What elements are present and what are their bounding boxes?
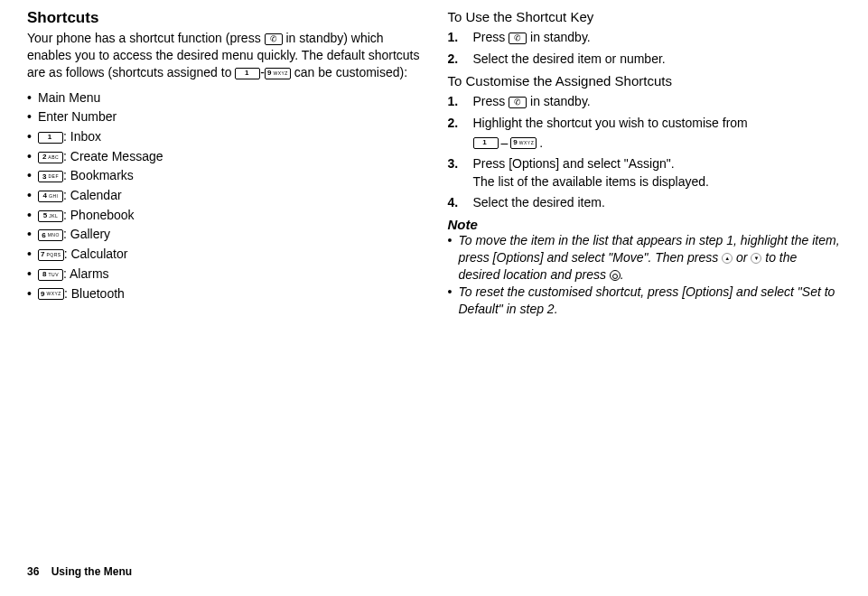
list-item: Main Menu xyxy=(27,88,421,108)
list-item: 4GHI: Calendar xyxy=(27,186,421,206)
list-item: 1: Inbox xyxy=(27,127,421,147)
key-1-icon: 1 xyxy=(235,68,260,79)
intro-paragraph: Your phone has a shortcut function (pres… xyxy=(27,30,421,81)
shortcut-label: : Calculator xyxy=(64,247,128,261)
shortcut-label: : Inbox xyxy=(63,129,101,144)
shortcut-label: : Create Message xyxy=(63,149,163,163)
main-content: Shortcuts Your phone has a shortcut func… xyxy=(27,9,841,565)
key-9-icon: 9WXYZ xyxy=(510,137,537,149)
step-text-pre: Press xyxy=(473,30,509,44)
center-button-icon xyxy=(610,270,621,281)
use-steps: Press ✆ in standby. Select the desired i… xyxy=(448,29,842,68)
page-number: 36 xyxy=(27,565,39,578)
shortcut-label: : Gallery xyxy=(63,227,110,241)
note-1: To move the item in the list that appear… xyxy=(448,232,842,284)
use-shortcut-section: To Use the Shortcut Key Press ✆ in stand… xyxy=(448,9,842,68)
step3-text: Press [Options] and select "Assign". xyxy=(473,156,675,171)
shortcuts-list: Main MenuEnter Number1: Inbox2ABC: Creat… xyxy=(27,88,421,304)
shortcut-key-icon: ✆ xyxy=(509,97,527,108)
step3-sub: The list of the available items is displ… xyxy=(473,174,709,189)
numpad-key-icon: 5JKL xyxy=(38,210,63,222)
intro-text-3: can be customised): xyxy=(291,65,407,79)
customise-section: To Customise the Assigned Shortcuts Pres… xyxy=(448,73,842,212)
step-text-post: in standby. xyxy=(527,94,591,108)
list-item: 6MNO: Gallery xyxy=(27,225,421,245)
left-column: Shortcuts Your phone has a shortcut func… xyxy=(27,9,421,565)
use-heading: To Use the Shortcut Key xyxy=(448,9,842,24)
range-sep: – xyxy=(501,135,509,153)
up-arrow-icon xyxy=(722,253,733,264)
numpad-key-icon: 3DEF xyxy=(38,171,63,182)
numpad-key-icon: 8TUV xyxy=(38,269,63,281)
shortcut-label: : Bluetooth xyxy=(64,286,125,301)
shortcut-label: : Bookmarks xyxy=(63,168,134,182)
shortcut-label: Main Menu xyxy=(38,90,100,105)
numpad-key-icon: 4GHI xyxy=(38,191,63,202)
list-item: 3DEF: Bookmarks xyxy=(27,166,421,186)
list-item: Enter Number xyxy=(27,107,421,127)
shortcut-label: : Phonebook xyxy=(63,208,135,222)
shortcut-key-icon: ✆ xyxy=(265,33,283,45)
shortcut-key-icon: ✆ xyxy=(509,33,527,44)
numpad-key-icon: 6MNO xyxy=(38,229,63,241)
shortcut-label: : Alarms xyxy=(63,266,109,281)
step-text-pre: Press xyxy=(473,94,509,108)
numpad-key-icon: 7PQRS xyxy=(38,249,64,261)
use-step-1: Press ✆ in standby. xyxy=(448,29,842,47)
numpad-key-icon: 1 xyxy=(38,132,63,144)
intro-text-1: Your phone has a shortcut function (pres… xyxy=(27,31,265,45)
note-2: To reset the customised shortcut, press … xyxy=(448,284,842,318)
customise-step-2: Highlight the shortcut you wish to custo… xyxy=(448,115,842,152)
page-footer: 36 Using the Menu xyxy=(27,565,841,578)
note1-p4: . xyxy=(621,267,624,282)
footer-title: Using the Menu xyxy=(51,565,132,578)
notes-list: To move the item in the list that appear… xyxy=(448,232,842,317)
customise-step-1: Press ✆ in standby. xyxy=(448,93,842,111)
shortcut-label: Enter Number xyxy=(38,109,117,124)
key-9-icon: 9WXYZ xyxy=(265,68,291,79)
customise-step-4: Select the desired item. xyxy=(448,194,842,212)
step-text-post: in standby. xyxy=(527,30,591,44)
customise-step-3: Press [Options] and select "Assign". The… xyxy=(448,155,842,191)
range-end: . xyxy=(539,135,543,153)
customise-heading: To Customise the Assigned Shortcuts xyxy=(448,73,842,88)
shortcuts-heading: Shortcuts xyxy=(27,9,421,27)
numpad-key-icon: 9WXYZ xyxy=(38,288,64,300)
key-1-icon: 1 xyxy=(473,137,499,149)
numpad-key-icon: 2ABC xyxy=(38,152,63,163)
down-arrow-icon xyxy=(751,253,761,264)
list-item: 8TUV: Alarms xyxy=(27,265,421,284)
step2-text: Highlight the shortcut you wish to custo… xyxy=(473,116,748,130)
customise-steps: Press ✆ in standby. Highlight the shortc… xyxy=(448,93,842,212)
list-item: 7PQRS: Calculator xyxy=(27,245,421,265)
list-item: 2ABC: Create Message xyxy=(27,147,421,167)
note1-p2: or xyxy=(733,250,751,265)
note-label: Note xyxy=(448,217,842,232)
list-item: 5JKL: Phonebook xyxy=(27,206,421,226)
right-column: To Use the Shortcut Key Press ✆ in stand… xyxy=(448,9,842,565)
shortcut-label: : Calendar xyxy=(63,188,122,202)
list-item: 9WXYZ: Bluetooth xyxy=(27,284,421,304)
use-step-2: Select the desired item or number. xyxy=(448,51,842,69)
